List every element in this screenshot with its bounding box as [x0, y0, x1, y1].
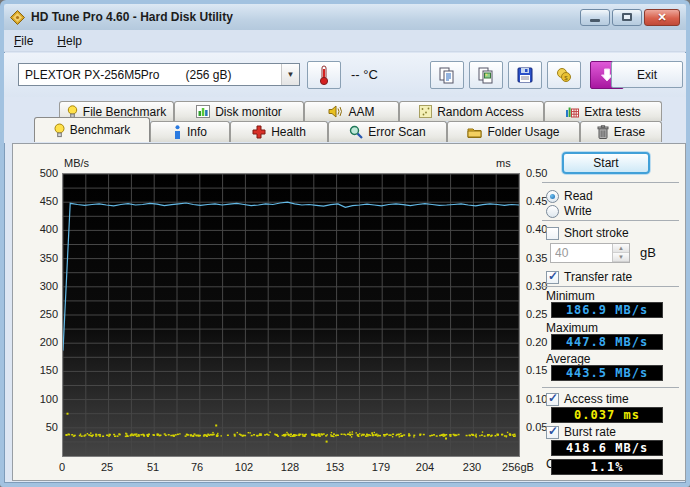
- chart-canvas: [63, 174, 519, 456]
- capacity-spinner[interactable]: ▲ ▼: [550, 243, 630, 263]
- separator: [542, 286, 679, 287]
- tab-folder-usage[interactable]: Folder Usage: [447, 121, 580, 142]
- benchmark-panel: Start Read Write Short stroke ▲ ▼: [540, 144, 687, 482]
- separator: [542, 220, 679, 221]
- coins-icon: $: [555, 66, 573, 84]
- minimum-value: 186.9 MB/s: [551, 302, 663, 318]
- maximize-button[interactable]: [612, 9, 642, 26]
- speaker-icon: [328, 105, 343, 118]
- spinner-down-icon[interactable]: ▼: [613, 253, 629, 262]
- title-bar: HD Tune Pro 4.60 - Hard Disk Utility ✕: [4, 4, 686, 30]
- drive-select-dropdown[interactable]: PLEXTOR PX-256M5Pro (256 gB) ▼: [18, 63, 300, 86]
- temperature-button[interactable]: [307, 61, 341, 89]
- tab-random-access[interactable]: Random Access: [399, 101, 544, 121]
- close-icon: ✕: [657, 12, 666, 23]
- menu-file[interactable]: File: [14, 32, 43, 50]
- copy-image-button[interactable]: [469, 61, 503, 89]
- separator: [542, 182, 679, 183]
- chevron-down-icon: ▼: [281, 64, 299, 85]
- minimize-button[interactable]: [580, 9, 610, 26]
- menu-help[interactable]: Help: [57, 32, 92, 50]
- y-left-tick: 250: [22, 308, 58, 320]
- x-axis-tick: 102: [221, 461, 267, 473]
- x-axis-tick: 25: [84, 461, 130, 473]
- save-button[interactable]: [508, 61, 542, 89]
- transfer-rate-label: Transfer rate: [564, 270, 632, 284]
- app-window: HD Tune Pro 4.60 - Hard Disk Utility ✕ F…: [0, 0, 690, 487]
- tab-strip: File Benchmark Disk monitor AAM: [4, 97, 686, 143]
- tab-label: Random Access: [437, 105, 524, 119]
- short-stroke-label: Short stroke: [564, 226, 629, 240]
- capacity-unit: gB: [640, 245, 656, 260]
- x-axis-tick: 204: [402, 461, 448, 473]
- write-radio[interactable]: [546, 205, 559, 218]
- tab-health[interactable]: Health: [230, 121, 328, 142]
- y-left-tick: 200: [22, 336, 58, 348]
- random-access-icon: [419, 105, 432, 118]
- tab-label: Error Scan: [368, 125, 425, 139]
- y-left-tick: 350: [22, 252, 58, 264]
- tab-label: Health: [271, 125, 306, 139]
- tab-disk-monitor[interactable]: Disk monitor: [174, 101, 304, 121]
- tab-error-scan[interactable]: Error Scan: [328, 121, 447, 142]
- save-icon: [516, 66, 534, 84]
- maximum-label: Maximum: [546, 321, 598, 335]
- y-left-axis-unit: MB/s: [64, 157, 89, 169]
- read-radio-row[interactable]: Read: [546, 189, 593, 203]
- short-stroke-row[interactable]: Short stroke: [546, 226, 629, 240]
- tab-benchmark[interactable]: Benchmark: [34, 117, 150, 142]
- write-label: Write: [564, 204, 592, 218]
- menu-bar: File Help: [4, 30, 686, 52]
- transfer-rate-row[interactable]: Transfer rate: [546, 270, 632, 284]
- x-axis-tick: 256gB: [495, 461, 541, 473]
- tab-erase[interactable]: Erase: [580, 121, 662, 142]
- x-axis-tick: 230: [449, 461, 495, 473]
- tab-label: AAM: [348, 105, 374, 119]
- write-radio-row[interactable]: Write: [546, 204, 592, 218]
- transfer-rate-checkbox[interactable]: [546, 271, 559, 284]
- read-label: Read: [564, 189, 593, 203]
- benchmark-chart: [62, 173, 520, 457]
- x-axis-tick: 128: [267, 461, 313, 473]
- drive-capacity: (256 gB): [186, 68, 232, 82]
- health-cross-icon: [252, 125, 266, 139]
- access-time-value: 0.037 ms: [551, 407, 663, 423]
- read-radio[interactable]: [546, 190, 559, 203]
- app-icon: [10, 10, 25, 25]
- x-axis-tick: 179: [358, 461, 404, 473]
- access-time-label: Access time: [564, 392, 629, 406]
- spinner-buttons[interactable]: ▲ ▼: [612, 244, 629, 262]
- copy-text-button[interactable]: [430, 61, 464, 89]
- tab-extra-tests[interactable]: Extra tests: [544, 101, 662, 121]
- y-left-tick: 300: [22, 280, 58, 292]
- burst-rate-value: 418.6 MB/s: [551, 440, 663, 456]
- minimum-label: Minimum: [546, 289, 595, 303]
- donate-button[interactable]: $: [547, 61, 581, 89]
- tab-label: Erase: [614, 125, 645, 139]
- tab-label: Benchmark: [70, 123, 131, 137]
- extra-tests-icon: [565, 105, 579, 118]
- close-button[interactable]: ✕: [644, 9, 680, 26]
- folder-icon: [467, 126, 482, 138]
- tab-aam[interactable]: AAM: [304, 101, 399, 121]
- tab-info[interactable]: Info: [150, 121, 230, 142]
- burst-rate-checkbox[interactable]: [546, 426, 559, 439]
- y-left-tick: 50: [22, 421, 58, 433]
- burst-rate-row[interactable]: Burst rate: [546, 425, 616, 439]
- drive-name: PLEXTOR PX-256M5Pro: [25, 68, 160, 82]
- access-time-checkbox[interactable]: [546, 393, 559, 406]
- start-button[interactable]: Start: [562, 152, 650, 174]
- separator: [542, 387, 679, 388]
- x-axis-tick: 0: [39, 461, 85, 473]
- burst-rate-label: Burst rate: [564, 425, 616, 439]
- spinner-up-icon[interactable]: ▲: [613, 244, 629, 253]
- short-stroke-checkbox[interactable]: [546, 227, 559, 240]
- tab-label: Disk monitor: [215, 105, 282, 119]
- access-time-row[interactable]: Access time: [546, 392, 629, 406]
- capacity-input[interactable]: [551, 245, 603, 261]
- cpu-usage-value: 1.1%: [551, 459, 663, 475]
- average-value: 443.5 MB/s: [551, 365, 663, 381]
- exit-button[interactable]: Exit: [611, 61, 683, 88]
- trash-icon: [597, 125, 609, 139]
- copy-text-icon: [438, 66, 456, 84]
